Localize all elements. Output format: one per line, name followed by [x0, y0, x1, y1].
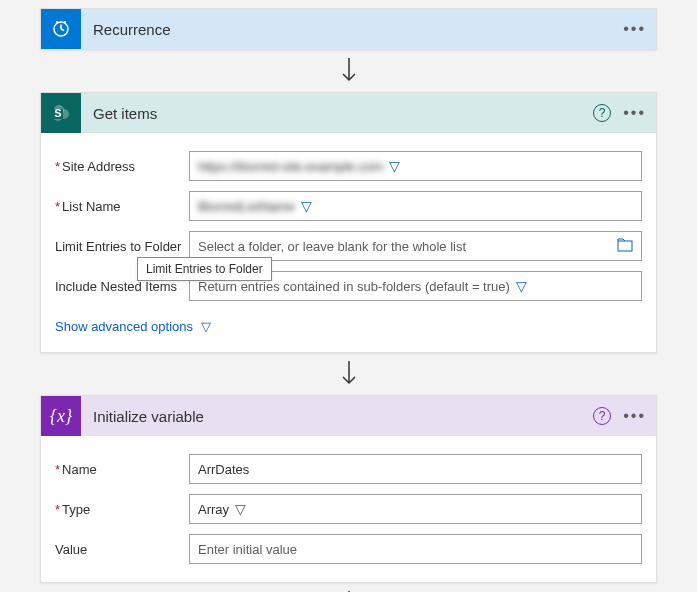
more-menu-icon[interactable]: •••: [623, 105, 646, 121]
recurrence-header[interactable]: Recurrence •••: [41, 9, 656, 49]
more-menu-icon[interactable]: •••: [623, 21, 646, 37]
init-variable-header[interactable]: {x} Initialize variable ? •••: [41, 396, 656, 436]
list-name-row: List Name BlurredListName ▽: [55, 191, 642, 221]
limit-folder-input[interactable]: [198, 239, 611, 254]
more-menu-icon[interactable]: •••: [623, 408, 646, 424]
flow-arrow: [20, 50, 677, 92]
site-address-label: Site Address: [55, 159, 189, 174]
chevron-down-icon: ▽: [201, 319, 211, 334]
variable-icon: {x}: [41, 396, 81, 436]
init-variable-card: {x} Initialize variable ? ••• Name Type …: [40, 395, 657, 583]
var-type-field[interactable]: Array ▽: [189, 494, 642, 524]
show-advanced-label: Show advanced options: [55, 319, 193, 334]
help-icon[interactable]: ?: [593, 104, 611, 122]
var-value-label: Value: [55, 542, 189, 557]
show-advanced-link[interactable]: Show advanced options ▽: [55, 319, 642, 334]
recurrence-card: Recurrence •••: [40, 8, 657, 50]
var-type-value: Array: [198, 502, 229, 517]
var-name-input[interactable]: [198, 462, 633, 477]
get-items-header[interactable]: S Get items ? •••: [41, 93, 656, 133]
site-address-field[interactable]: https://blurred-site.example.com ▽: [189, 151, 642, 181]
var-name-row: Name: [55, 454, 642, 484]
get-items-card: S Get items ? ••• Site Address https://b…: [40, 92, 657, 353]
limit-folder-row: Limit Entries to Folder Limit Entries to…: [55, 231, 642, 261]
list-name-label: List Name: [55, 199, 189, 214]
var-name-field[interactable]: [189, 454, 642, 484]
site-address-value: https://blurred-site.example.com: [198, 159, 383, 174]
var-value-field[interactable]: [189, 534, 642, 564]
var-type-row: Type Array ▽: [55, 494, 642, 524]
init-variable-title: Initialize variable: [93, 408, 581, 425]
clock-icon: [41, 9, 81, 49]
svg-text:S: S: [54, 107, 61, 119]
tooltip: Limit Entries to Folder: [137, 257, 272, 281]
limit-folder-label: Limit Entries to Folder: [55, 239, 189, 254]
chevron-down-icon[interactable]: ▽: [235, 501, 246, 517]
sharepoint-icon: S: [41, 93, 81, 133]
var-value-input[interactable]: [198, 542, 633, 557]
svg-point-3: [56, 21, 58, 23]
recurrence-title: Recurrence: [93, 21, 611, 38]
svg-point-4: [64, 21, 66, 23]
chevron-down-icon[interactable]: ▽: [301, 198, 312, 214]
svg-line-2: [61, 29, 64, 31]
svg-rect-11: [618, 241, 632, 251]
folder-picker-icon[interactable]: [617, 238, 633, 255]
flow-arrow: [20, 583, 677, 592]
get-items-body: Site Address https://blurred-site.exampl…: [41, 133, 656, 352]
chevron-down-icon[interactable]: ▽: [516, 278, 527, 294]
help-icon[interactable]: ?: [593, 407, 611, 425]
flow-arrow: [20, 353, 677, 395]
get-items-title: Get items: [93, 105, 581, 122]
site-address-row: Site Address https://blurred-site.exampl…: [55, 151, 642, 181]
var-name-label: Name: [55, 462, 189, 477]
init-variable-body: Name Type Array ▽ Value: [41, 436, 656, 582]
list-name-value: BlurredListName: [198, 199, 295, 214]
list-name-field[interactable]: BlurredListName ▽: [189, 191, 642, 221]
chevron-down-icon[interactable]: ▽: [389, 158, 400, 174]
var-type-label: Type: [55, 502, 189, 517]
var-value-row: Value: [55, 534, 642, 564]
